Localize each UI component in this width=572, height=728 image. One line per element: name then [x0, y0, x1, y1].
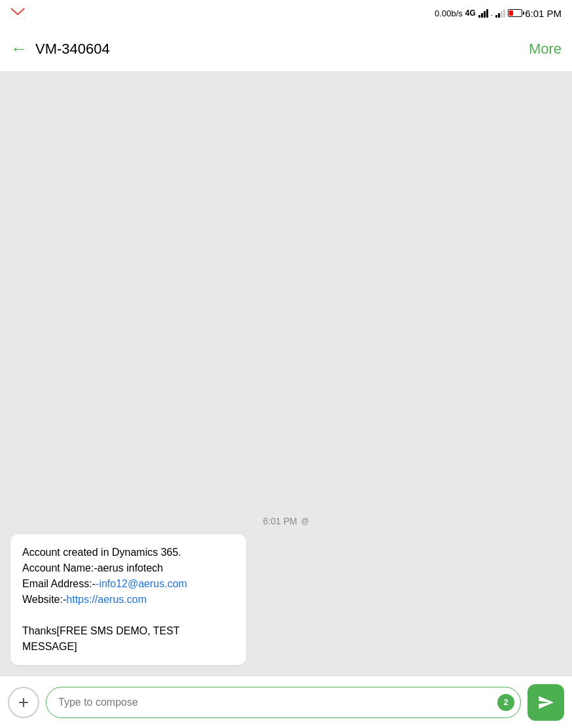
message-website-prefix: Website:- [22, 594, 66, 605]
add-icon: + [18, 692, 29, 713]
back-button[interactable]: ← [10, 39, 27, 59]
status-bar-left [10, 8, 25, 18]
battery-icon [508, 9, 522, 17]
status-bar: 0.00b/s 4G . 6:01 PM [0, 0, 572, 26]
battery-fill [509, 10, 512, 16]
time: 6:01 PM [525, 8, 562, 19]
email-link[interactable]: -info12@aerus.com [96, 578, 187, 589]
send-icon [537, 694, 554, 711]
network-speed: 0.00b/s [435, 9, 463, 18]
signal-bars-1 [478, 9, 488, 18]
status-bar-right: 0.00b/s 4G . 6:01 PM [435, 8, 562, 19]
header-left: ← VM-340604 [10, 39, 110, 59]
send-button[interactable] [527, 684, 564, 721]
badge-count: 2 [497, 694, 514, 711]
chat-area: 6:01 PM @ Account created in Dynamics 36… [0, 72, 572, 676]
compose-wrapper: 2 [46, 687, 521, 718]
message-footer: Thanks[FREE SMS DEMO, TEST MESSAGE] [22, 625, 179, 652]
read-receipt-icon: @ [301, 517, 309, 526]
add-button[interactable]: + [8, 687, 39, 718]
signal-bars-2 [495, 9, 505, 18]
message-line1: Account created in Dynamics 365. [22, 547, 181, 558]
message-bubble: Account created in Dynamics 365. Account… [10, 534, 246, 665]
input-bar: + 2 [0, 676, 572, 728]
website-link[interactable]: https://aerus.com [66, 594, 147, 605]
message-email-prefix: Email Address:- [22, 578, 96, 589]
gmail-icon [10, 8, 25, 18]
header: ← VM-340604 More [0, 26, 572, 72]
signal-separator: . [491, 9, 493, 18]
message-timestamp: 6:01 PM @ [10, 516, 562, 526]
page-title: VM-340604 [35, 41, 110, 58]
more-button[interactable]: More [529, 41, 562, 58]
message-line2: Account Name:-aerus infotech [22, 562, 163, 573]
network-type: 4G [465, 9, 476, 18]
compose-input[interactable] [46, 687, 521, 718]
